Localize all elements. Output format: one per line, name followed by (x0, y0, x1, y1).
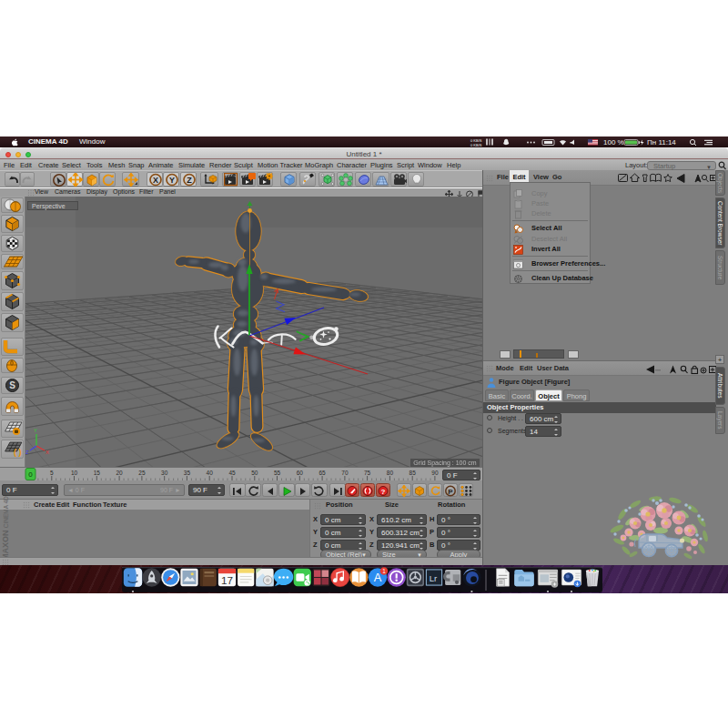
svg-text:45: 45 (228, 470, 236, 476)
svg-text:X: X (153, 176, 158, 185)
svg-text:90: 90 (431, 470, 439, 476)
svg-text:85: 85 (410, 470, 417, 476)
svg-text:X: X (46, 450, 49, 455)
svg-text:Lr: Lr (430, 573, 438, 583)
svg-text:80: 80 (387, 470, 394, 476)
svg-text:( ): ( ) (14, 448, 22, 457)
svg-text:Y: Y (169, 176, 175, 185)
svg-text:1: 1 (382, 568, 386, 574)
svg-text:55: 55 (274, 470, 281, 476)
svg-text:25: 25 (138, 470, 146, 476)
svg-text:70: 70 (341, 470, 349, 476)
svg-text:S: S (9, 380, 15, 390)
svg-text:Пн 11:14: Пн 11:14 (647, 138, 676, 147)
svg-text:5: 5 (50, 470, 54, 476)
svg-text:0: 0 (28, 470, 33, 479)
svg-text:35: 35 (184, 470, 191, 476)
svg-text:10: 10 (71, 470, 78, 476)
svg-text:40: 40 (207, 470, 214, 476)
svg-text:Z: Z (187, 176, 192, 185)
svg-text:50: 50 (251, 470, 258, 476)
svg-text:17: 17 (221, 574, 233, 586)
svg-text:Z: Z (25, 450, 29, 455)
svg-text:Y: Y (34, 428, 37, 433)
svg-text:?: ? (381, 488, 386, 496)
svg-text:60: 60 (297, 470, 304, 476)
svg-text:30: 30 (161, 470, 168, 476)
svg-text:65: 65 (318, 470, 326, 476)
svg-text:100 %: 100 % (603, 138, 624, 147)
svg-text:75: 75 (364, 470, 371, 476)
svg-text:P: P (448, 488, 453, 496)
svg-text:15: 15 (94, 470, 101, 476)
svg-text:20: 20 (116, 470, 123, 476)
